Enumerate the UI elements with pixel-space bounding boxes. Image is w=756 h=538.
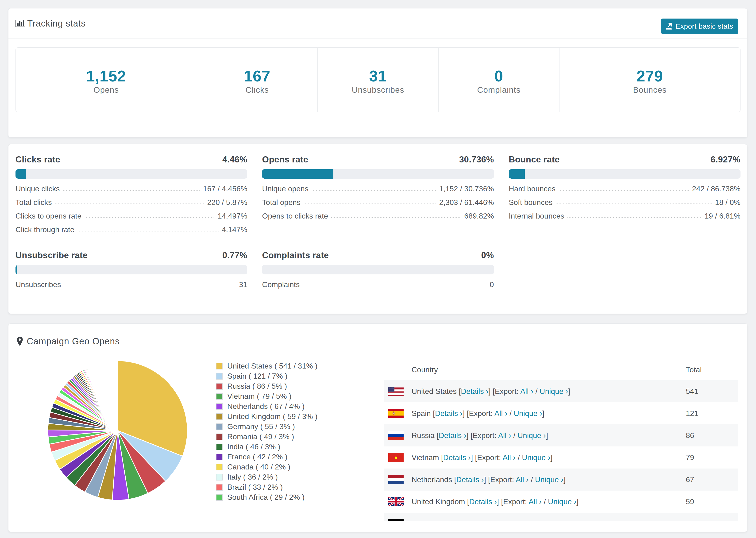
geo-table-scroll[interactable]: Country Total United States [Details ›] … <box>384 359 738 521</box>
country-flag-us <box>384 380 408 402</box>
rate-percent: 30.736% <box>459 155 494 165</box>
export-unique-link[interactable]: Unique › <box>517 431 546 440</box>
separator-slash: / <box>519 519 525 521</box>
bracket-open: [ <box>459 387 461 396</box>
geo-opens-card: Campaign Geo Opens United States ( 541 /… <box>8 323 747 532</box>
details-link[interactable]: Details › <box>435 409 463 418</box>
rate-percent: 0% <box>481 250 494 260</box>
bracket-export-label: ] [Export: <box>497 497 528 506</box>
rate-row-value: 689.82% <box>464 212 494 220</box>
legend-item: Russia ( 86 / 5% ) <box>216 381 317 391</box>
country-name: United States <box>411 387 459 396</box>
rate-percent: 0.77% <box>222 250 247 260</box>
export-unique-link[interactable]: Unique › <box>540 387 568 396</box>
details-link[interactable]: Details › <box>439 431 466 440</box>
export-unique-link[interactable]: Unique › <box>535 475 564 484</box>
rate-row: Hard bounces242 / 86.738% <box>509 185 740 198</box>
bracket-close: ] <box>554 519 556 521</box>
separator-slash: / <box>507 409 514 418</box>
export-all-link[interactable]: All › <box>498 431 512 440</box>
country-name: Spain <box>411 409 433 418</box>
country-total: 541 <box>686 380 738 402</box>
export-basic-stats-button[interactable]: Export basic stats <box>661 19 738 34</box>
dotted-leader <box>55 203 204 204</box>
legend-label: Vietnam ( 79 / 5% ) <box>227 392 291 401</box>
country-name: Germany <box>411 519 445 521</box>
export-all-link[interactable]: All › <box>520 387 533 396</box>
chevron-right-icon: › <box>464 431 466 440</box>
rate-row: Soft bounces18 / 0% <box>509 198 740 212</box>
country-cell: Vietnam [Details ›] [Export: All › / Uni… <box>408 447 686 468</box>
chevron-right-icon: › <box>548 453 550 462</box>
separator-slash: / <box>529 475 535 484</box>
export-unique-link[interactable]: Unique › <box>522 453 550 462</box>
export-all-link[interactable]: All › <box>529 497 542 506</box>
summary-stats-box: 1,152Opens167Clicks31Unsubscribes0Compla… <box>16 47 740 112</box>
export-unique-link[interactable]: Unique › <box>514 409 542 418</box>
legend-swatch <box>216 393 223 400</box>
export-button-label: Export basic stats <box>675 22 733 30</box>
rates-card: Clicks rate4.46%Unique clicks167 / 4.456… <box>8 144 747 314</box>
chevron-right-icon: › <box>566 387 568 396</box>
summary-stat-clicks: 167Clicks <box>197 48 318 112</box>
rate-row-label: Total clicks <box>16 198 52 207</box>
geo-table-row-nl: Netherlands [Details ›] [Export: All › /… <box>384 468 738 491</box>
details-link[interactable]: Details › <box>456 475 484 484</box>
details-link[interactable]: Details › <box>443 453 471 462</box>
export-all-link[interactable]: All › <box>495 409 508 418</box>
rate-row-value: 4.147% <box>222 225 247 234</box>
export-all-link[interactable]: All › <box>503 453 516 462</box>
export-all-link[interactable]: All › <box>515 475 529 484</box>
export-unique-link[interactable]: Unique › <box>525 519 554 521</box>
legend-swatch <box>216 373 223 380</box>
separator-slash: / <box>511 431 517 440</box>
summary-stat-opens: 1,152Opens <box>16 48 197 112</box>
country-flag-gb <box>384 491 408 512</box>
dotted-leader <box>64 286 236 286</box>
details-link[interactable]: Details › <box>461 387 489 396</box>
details-link[interactable]: Details › <box>469 497 497 506</box>
country-flag-es <box>384 402 408 424</box>
rate-progress-fill <box>262 169 333 179</box>
rate-row-value: 2,303 / 61.446% <box>439 198 494 207</box>
details-link[interactable]: Details › <box>447 519 474 521</box>
country-flag-vn <box>384 447 408 468</box>
chevron-right-icon: › <box>516 519 519 521</box>
rate-row-value: 19 / 6.81% <box>705 212 740 220</box>
stat-label: Opens <box>93 85 119 95</box>
rate-title: Complaints rate <box>262 250 329 260</box>
legend-item: France ( 42 / 2% ) <box>216 452 317 462</box>
bracket-close: ] <box>564 475 566 484</box>
export-all-link[interactable]: All › <box>506 519 519 521</box>
country-name: Russia <box>411 431 437 440</box>
bracket-close: ] <box>550 453 553 462</box>
country-cell: United Kingdom [Details ›] [Export: All … <box>408 491 686 512</box>
rate-row-value: 18 / 0% <box>715 198 740 207</box>
geo-table-row-es: Spain [Details ›] [Export: All › / Uniqu… <box>384 402 738 424</box>
rate-progress-track <box>262 265 494 274</box>
bar-chart-icon <box>16 20 25 27</box>
dotted-leader <box>567 217 701 218</box>
flag-column-header <box>384 359 408 380</box>
legend-label: United States ( 541 / 31% ) <box>227 362 317 370</box>
country-cell: Russia [Details ›] [Export: All › / Uniq… <box>408 424 686 447</box>
chevron-right-icon: › <box>539 497 542 506</box>
export-unique-link[interactable]: Unique › <box>548 497 576 506</box>
rate-block-complaints-rate: Complaints rate0%Complaints0 <box>262 250 494 294</box>
rate-title: Unsubscribe rate <box>16 250 87 260</box>
legend-item: Vietnam ( 79 / 5% ) <box>216 391 317 402</box>
rate-row: Total opens2,303 / 61.446% <box>262 198 494 212</box>
country-flag-nl <box>384 468 408 491</box>
stat-value: 279 <box>636 68 663 84</box>
geo-pie-chart <box>46 359 189 502</box>
rates-grid: Clicks rate4.46%Unique clicks167 / 4.456… <box>16 155 740 294</box>
country-total: 55 <box>686 512 738 521</box>
legend-item: Germany ( 55 / 3% ) <box>216 422 317 432</box>
rate-row-label: Unique opens <box>262 185 308 193</box>
bracket-export-label: ] [Export: <box>489 387 520 396</box>
rate-title: Clicks rate <box>16 155 60 165</box>
bracket-open: [ <box>454 475 456 484</box>
legend-label: South Africa ( 29 / 2% ) <box>227 493 304 502</box>
rate-row-label: Complaints <box>262 280 299 289</box>
bracket-export-label: ] [Export: <box>474 519 506 521</box>
